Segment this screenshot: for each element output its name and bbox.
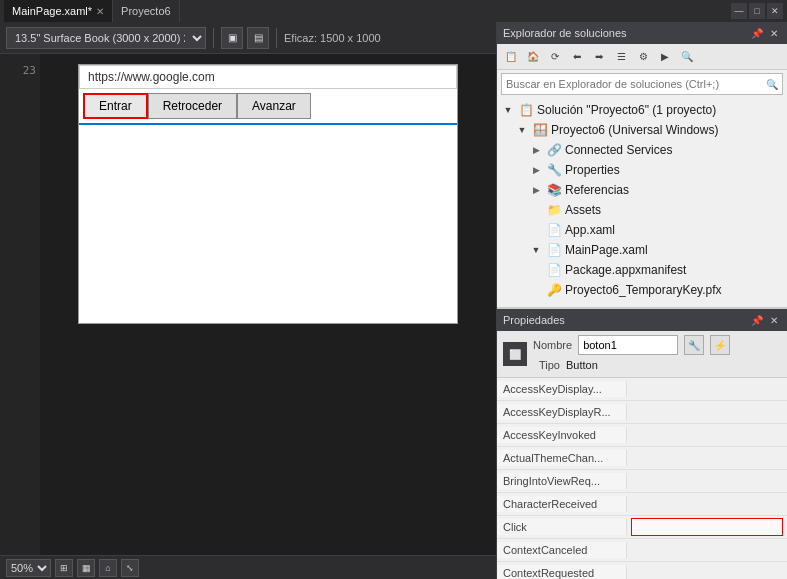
canvas-scroll[interactable]: 23 Entrar Retroceder Avanzar — [0, 54, 496, 555]
sol-btn-6[interactable]: ☰ — [611, 47, 631, 67]
expand-icon-solution[interactable]: ▼ — [501, 103, 515, 117]
tree-label-mainpage: MainPage.xaml — [565, 243, 648, 257]
tree-item-mainpage[interactable]: ▼ 📄 MainPage.xaml — [525, 240, 787, 260]
arrows-icon-btn[interactable]: ⤡ — [121, 559, 139, 577]
prop-value-0 — [627, 378, 787, 400]
prop-input-1[interactable] — [631, 403, 783, 421]
prop-name-input[interactable] — [578, 335, 678, 355]
minimize-button[interactable]: — — [731, 3, 747, 19]
squares-icon-btn[interactable]: ▦ — [77, 559, 95, 577]
mainpage-icon: 📄 — [546, 242, 562, 258]
sol-btn-1[interactable]: 📋 — [501, 47, 521, 67]
connected-services-icon: 🔗 — [546, 142, 562, 158]
prop-name-8: ContextRequested — [497, 565, 627, 579]
tree-label-tempkey: Proyecto6_TemporaryKey.pfx — [565, 283, 722, 297]
title-bar-tabs: MainPage.xaml* ✕ Proyecto6 — [4, 0, 180, 22]
expand-icon-connected[interactable]: ▶ — [529, 143, 543, 157]
solution-search-box[interactable]: 🔍 — [501, 73, 783, 95]
tree-label-manifest: Package.appxmanifest — [565, 263, 686, 277]
pin-icon[interactable]: 📌 — [750, 26, 764, 40]
tree-item-proyecto6[interactable]: ▼ 🪟 Proyecto6 (Universal Windows) — [511, 120, 787, 140]
tree-item-assets[interactable]: 📁 Assets — [525, 200, 787, 220]
title-bar: MainPage.xaml* ✕ Proyecto6 — □ ✕ — [0, 0, 787, 22]
tab-proyecto6[interactable]: Proyecto6 — [113, 0, 180, 22]
tree-item-appxaml[interactable]: 📄 App.xaml — [525, 220, 787, 240]
pin-properties-icon[interactable]: 📌 — [750, 313, 764, 327]
prop-wrench-btn[interactable]: 🔧 — [684, 335, 704, 355]
maximize-button[interactable]: □ — [749, 3, 765, 19]
sol-btn-2[interactable]: 🏠 — [523, 47, 543, 67]
avanzar-button[interactable]: Avanzar — [237, 93, 311, 119]
zoom-select[interactable]: 50% — [6, 559, 51, 577]
expand-icon-referencias[interactable]: ▶ — [529, 183, 543, 197]
prop-type-label: Tipo — [539, 359, 560, 371]
prop-row-click: Click — [497, 516, 787, 539]
solution-icon: 📋 — [518, 102, 534, 118]
expand-icon-mainpage[interactable]: ▼ — [529, 243, 543, 257]
tree-label-proyecto6: Proyecto6 (Universal Windows) — [551, 123, 718, 137]
prop-value-5 — [627, 493, 787, 515]
close-properties-icon[interactable]: ✕ — [767, 313, 781, 327]
prop-element-icon: ⬜ — [503, 342, 527, 366]
tree-label-referencias: Referencias — [565, 183, 629, 197]
view-mode-btn-2[interactable]: ▤ — [247, 27, 269, 49]
prop-row-0: AccessKeyDisplay... — [497, 378, 787, 401]
prop-type-row: Tipo Button — [533, 357, 781, 373]
prop-input-2[interactable] — [631, 426, 783, 444]
tree-item-properties[interactable]: ▶ 🔧 Properties — [525, 160, 787, 180]
proyecto6-icon: 🪟 — [532, 122, 548, 138]
entrar-button[interactable]: Entrar — [83, 93, 148, 119]
tree-item-solution[interactable]: ▼ 📋 Solución "Proyecto6" (1 proyecto) — [497, 100, 787, 120]
properties-folder-icon: 🔧 — [546, 162, 562, 178]
prop-header: ⬜ Nombre 🔧 ⚡ Tipo Button — [497, 331, 787, 378]
home-icon-btn[interactable]: ⌂ — [99, 559, 117, 577]
retroceder-button[interactable]: Retroceder — [148, 93, 237, 119]
sol-btn-4[interactable]: ⬅ — [567, 47, 587, 67]
tree-item-manifest[interactable]: 📄 Package.appxmanifest — [525, 260, 787, 280]
close-panel-icon[interactable]: ✕ — [767, 26, 781, 40]
tree-item-referencias[interactable]: ▶ 📚 Referencias — [525, 180, 787, 200]
prop-input-5[interactable] — [631, 495, 783, 513]
device-selector[interactable]: 13.5" Surface Book (3000 x 2000) 200% es… — [6, 27, 206, 49]
sol-search-icon[interactable]: 🔍 — [677, 47, 697, 67]
prop-row-7: ContextCanceled — [497, 539, 787, 562]
expand-icon-assets — [529, 203, 543, 217]
sol-btn-5[interactable]: ➡ — [589, 47, 609, 67]
bottom-bar: 50% ⊞ ▦ ⌂ ⤡ — [0, 555, 496, 579]
prop-input-4[interactable] — [631, 472, 783, 490]
solution-explorer-title: Explorador de soluciones — [503, 27, 750, 39]
tab-mainpage-close[interactable]: ✕ — [96, 6, 104, 17]
prop-event-btn[interactable]: ⚡ — [710, 335, 730, 355]
prop-name-label: Nombre — [533, 339, 572, 351]
prop-input-3[interactable] — [631, 449, 783, 467]
tab-proyecto6-label: Proyecto6 — [121, 5, 171, 17]
tab-mainpage[interactable]: MainPage.xaml* ✕ — [4, 0, 113, 22]
prop-input-7[interactable] — [631, 541, 783, 559]
toolbar-separator — [213, 28, 214, 48]
sol-btn-preview[interactable]: ▶ — [655, 47, 675, 67]
prop-input-click[interactable] — [631, 518, 783, 536]
prop-input-0[interactable] — [631, 380, 783, 398]
properties-titlebar: Propiedades 📌 ✕ — [497, 309, 787, 331]
appxaml-icon: 📄 — [546, 222, 562, 238]
prop-name-2: AccessKeyInvoked — [497, 427, 627, 443]
grid-icon-btn[interactable]: ⊞ — [55, 559, 73, 577]
prop-row-1: AccessKeyDisplayR... — [497, 401, 787, 424]
url-input[interactable] — [79, 65, 457, 89]
solution-search-input[interactable] — [506, 78, 763, 90]
expand-icon-properties[interactable]: ▶ — [529, 163, 543, 177]
content-area: 13.5" Surface Book (3000 x 2000) 200% es… — [0, 22, 787, 579]
solution-toolbar: 📋 🏠 ⟳ ⬅ ➡ ☰ ⚙ ▶ 🔍 — [497, 44, 787, 70]
prop-name-0: AccessKeyDisplay... — [497, 381, 627, 397]
solution-explorer-icons: 📌 ✕ — [750, 26, 781, 40]
right-panel: Explorador de soluciones 📌 ✕ 📋 🏠 ⟳ ⬅ ➡ ☰… — [497, 22, 787, 579]
expand-icon-proyecto6[interactable]: ▼ — [515, 123, 529, 137]
prop-row-4: BringIntoViewReq... — [497, 470, 787, 493]
prop-input-8[interactable] — [631, 564, 783, 579]
sol-btn-7[interactable]: ⚙ — [633, 47, 653, 67]
view-mode-btn-1[interactable]: ▣ — [221, 27, 243, 49]
tree-item-tempkey[interactable]: 🔑 Proyecto6_TemporaryKey.pfx — [525, 280, 787, 300]
tree-item-connected-services[interactable]: ▶ 🔗 Connected Services — [525, 140, 787, 160]
close-button[interactable]: ✕ — [767, 3, 783, 19]
sol-btn-3[interactable]: ⟳ — [545, 47, 565, 67]
